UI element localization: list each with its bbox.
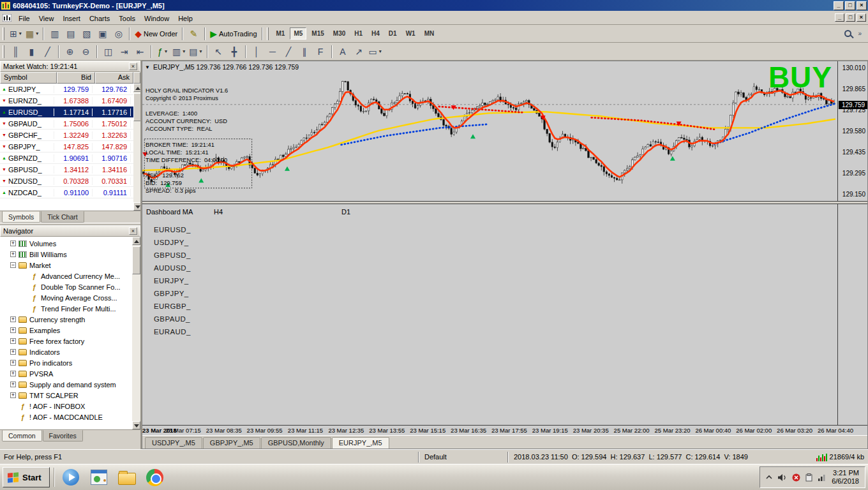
- new-chart-button[interactable]: ⊞▾: [8, 26, 24, 41]
- menu-charts[interactable]: Charts: [85, 13, 114, 24]
- search-button[interactable]: [844, 28, 851, 40]
- chart-collapse-icon[interactable]: ▼: [145, 64, 150, 70]
- taskbar-media-player-icon[interactable]: [59, 466, 83, 488]
- hidden-icons-chevron-icon[interactable]: [766, 474, 772, 480]
- navigator-item[interactable]: +Volumes: [0, 238, 132, 249]
- volume-icon[interactable]: [777, 473, 787, 482]
- column-header-bid[interactable]: Bid: [57, 72, 95, 84]
- navigator-item[interactable]: ƒTrend Finder For Multi...: [0, 303, 132, 314]
- market-watch-row[interactable]: ▼GBPJPY_147.825147.829: [0, 141, 133, 152]
- market-watch-row[interactable]: ▼EURNZD_1.673881.67409: [0, 95, 133, 107]
- expand-plus-icon[interactable]: +: [10, 392, 16, 398]
- scroll-up-icon[interactable]: [132, 237, 140, 245]
- main-chart[interactable]: 130.010129.865129.725129.580129.435129.2…: [142, 61, 867, 201]
- column-header-ask[interactable]: Ask: [95, 72, 133, 84]
- dashboard-ma-subwindow[interactable]: Dashboard MA H4D1 EURUSD_USDJPY_GBPUSD_A…: [142, 204, 867, 425]
- close-button[interactable]: ×: [857, 1, 867, 10]
- toolbar-overflow-icon[interactable]: »: [858, 30, 862, 37]
- navigator-close-icon[interactable]: ×: [129, 227, 137, 235]
- cursor-button[interactable]: ↖: [211, 44, 227, 59]
- market-watch-row[interactable]: ▼GBPCHF_1.322491.32263: [0, 130, 133, 141]
- navigator-item[interactable]: ƒAdvanced Currency Me...: [0, 271, 132, 281]
- text-label-button[interactable]: A: [335, 44, 351, 59]
- zoom-out-button[interactable]: ⊖: [78, 44, 94, 59]
- navigator-item[interactable]: ƒ! AOF - MACDCANDLE: [0, 412, 132, 422]
- taskbar-chrome-icon[interactable]: [143, 466, 167, 488]
- timeframe-d1-button[interactable]: D1: [385, 27, 401, 40]
- chart-shift-button[interactable]: ⇤: [132, 44, 148, 59]
- chart-tab-gbpusd-monthly[interactable]: GBPUSD,Monthly: [261, 437, 331, 449]
- security-alert-icon[interactable]: [792, 473, 800, 482]
- navigator-item[interactable]: +Pro indicators: [0, 357, 132, 368]
- indicators-button[interactable]: ƒ▾: [154, 44, 170, 59]
- market-watch-row[interactable]: ▲NZDCAD_0.911000.91111: [0, 187, 133, 198]
- auto-scroll-button[interactable]: ⇥: [116, 44, 132, 59]
- crosshair-button[interactable]: ╋: [227, 44, 243, 59]
- market-watch-tab-symbols[interactable]: Symbols: [2, 211, 40, 223]
- timeframe-h4-button[interactable]: H4: [368, 27, 384, 40]
- market-watch-close-icon[interactable]: ×: [129, 63, 137, 70]
- expand-plus-icon[interactable]: +: [10, 327, 16, 333]
- expand-plus-icon[interactable]: +: [10, 251, 16, 257]
- taskbar-app-icon[interactable]: [87, 466, 111, 488]
- column-header-symbol[interactable]: Symbol: [0, 72, 57, 84]
- market-watch-tab-tick-chart[interactable]: Tick Chart: [41, 211, 84, 223]
- data-window-toggle[interactable]: ▤: [63, 26, 79, 41]
- tile-windows-button[interactable]: ◫: [100, 44, 116, 59]
- vertical-line-button[interactable]: │: [249, 44, 265, 59]
- periods-button[interactable]: ▥▾: [170, 44, 187, 59]
- navigator-item[interactable]: +Bill Williams: [0, 249, 132, 260]
- navigator-tab-common[interactable]: Common: [2, 430, 42, 442]
- candlestick-chart-button[interactable]: ▮: [24, 44, 40, 59]
- profiles-button[interactable]: ▦▾: [24, 26, 40, 41]
- minimize-button[interactable]: _: [834, 1, 844, 10]
- timeframe-mn-button[interactable]: MN: [421, 27, 438, 40]
- shapes-button[interactable]: ▭▾: [367, 44, 384, 59]
- navigator-item[interactable]: −Market: [0, 260, 132, 271]
- navigator-item[interactable]: ƒDouble Top Scanner Fo...: [0, 281, 132, 292]
- timeframe-m1-button[interactable]: M1: [273, 27, 289, 40]
- expand-plus-icon[interactable]: +: [10, 338, 16, 344]
- expand-plus-icon[interactable]: +: [10, 316, 16, 322]
- menu-file[interactable]: File: [14, 13, 34, 24]
- restore-button[interactable]: □: [845, 1, 855, 10]
- new-order-button[interactable]: ◆New Order: [133, 26, 179, 41]
- expand-plus-icon[interactable]: +: [10, 349, 16, 355]
- menu-window[interactable]: Window: [140, 13, 174, 24]
- bar-chart-button[interactable]: ║: [8, 44, 24, 59]
- scroll-thumb[interactable]: [133, 93, 140, 121]
- market-watch-row[interactable]: ▲GBPNZD_1.906911.90716: [0, 152, 133, 164]
- expand-minus-icon[interactable]: −: [10, 262, 16, 268]
- templates-button[interactable]: ▤▾: [187, 44, 204, 59]
- toolbar-grip[interactable]: [3, 45, 4, 58]
- mdi-minimize-button[interactable]: _: [835, 13, 844, 22]
- navigator-item[interactable]: ƒ! AOF - INFOBOX: [0, 401, 132, 412]
- chart-tab-usdjpy-m5[interactable]: USDJPY_,M5: [145, 437, 202, 449]
- autotrading-button[interactable]: ▶AutoTrading: [208, 26, 258, 41]
- taskbar-file-explorer-icon[interactable]: [115, 466, 139, 488]
- arrow-objects-button[interactable]: ↗: [351, 44, 367, 59]
- status-profile[interactable]: Default: [419, 453, 507, 461]
- scroll-down-icon[interactable]: [133, 202, 140, 211]
- menu-tools[interactable]: Tools: [114, 13, 140, 24]
- navigator-item[interactable]: ƒMoving Average Cross...: [0, 292, 132, 303]
- scroll-thumb[interactable]: [132, 246, 140, 274]
- toolbar-grip[interactable]: [3, 27, 4, 40]
- strategy-tester-toggle[interactable]: ◎: [110, 26, 126, 41]
- mdi-close-button[interactable]: ×: [857, 13, 866, 22]
- market-watch-row[interactable]: ▲EURJPY_129.759129.762: [0, 84, 133, 95]
- market-watch-row[interactable]: ▼GBPAUD_1.750061.75012: [0, 118, 133, 130]
- horizontal-line-button[interactable]: ─: [265, 44, 281, 59]
- navigator-scrollbar[interactable]: [132, 237, 140, 429]
- expand-plus-icon[interactable]: +: [10, 382, 16, 387]
- market-watch-row[interactable]: ▼NZDUSD_0.703280.70331: [0, 175, 133, 187]
- chart-tab-eurjpy-m5[interactable]: EURJPY_,M5: [332, 437, 389, 449]
- market-watch-scrollbar[interactable]: [133, 84, 140, 211]
- market-watch-row[interactable]: ▲EURUSD_1.177141.17716: [0, 107, 133, 118]
- mdi-restore-button[interactable]: □: [846, 13, 855, 22]
- navigator-item[interactable]: +Indicators: [0, 346, 132, 357]
- navigator-item[interactable]: +Supply and demand system: [0, 379, 132, 390]
- scroll-down-icon[interactable]: [132, 421, 140, 429]
- expand-plus-icon[interactable]: +: [10, 371, 16, 376]
- trendline-button[interactable]: ╱: [281, 44, 297, 59]
